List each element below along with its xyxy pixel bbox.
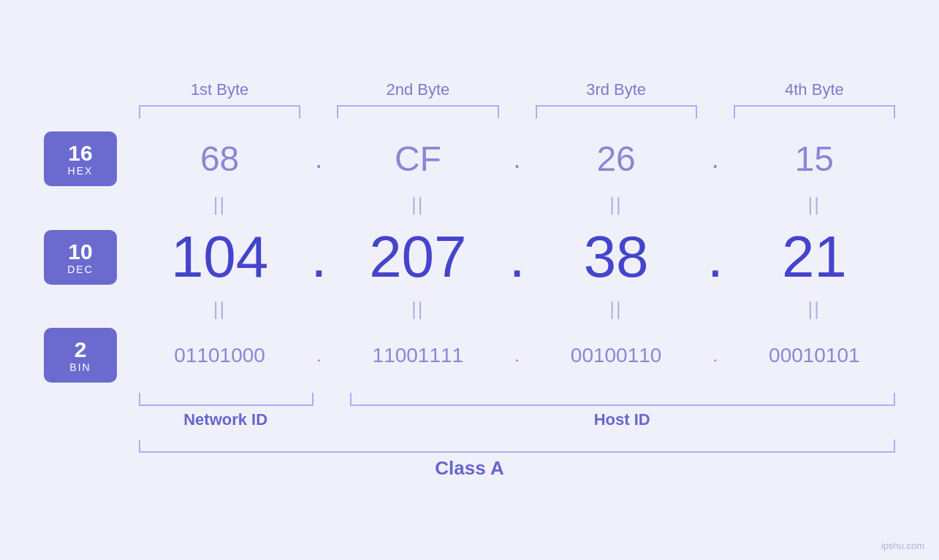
bin-row: 2 BIN 01101000 . 11001111 . 00100110 . 0… [44, 328, 895, 383]
equals-8: || [734, 298, 895, 321]
dec-base-label: DEC [67, 264, 94, 275]
dec-badge: 10 DEC [44, 230, 117, 285]
host-id-label: Host ID [349, 410, 895, 429]
dec-dot-3: . [697, 228, 734, 286]
bin-byte-4: 00010101 [734, 344, 895, 367]
bin-byte-1: 01101000 [139, 344, 300, 367]
hex-byte-4: 15 [734, 139, 895, 179]
bin-byte-3: 00100110 [536, 344, 697, 367]
hex-base-label: HEX [68, 165, 94, 177]
equals-7: || [536, 298, 697, 321]
top-bracket-3 [536, 105, 697, 118]
dec-dot-2: . [499, 228, 536, 286]
hex-badge: 16 HEX [44, 131, 117, 186]
class-a-label: Class A [435, 457, 503, 479]
class-bracket-row [44, 440, 895, 453]
dec-byte-2: 207 [337, 223, 498, 291]
bin-dot-2: . [499, 347, 536, 364]
hex-row: 16 HEX 68 . CF . 26 . 15 [44, 131, 895, 186]
hex-byte-2: CF [337, 139, 498, 179]
equals-1: || [139, 193, 300, 216]
bin-byte-2: 11001111 [337, 344, 498, 367]
dec-byte-1: 104 [139, 223, 300, 291]
network-host-labels: Network ID Host ID [44, 410, 895, 429]
dec-dot-1: . [300, 228, 337, 286]
dec-byte-3: 38 [536, 223, 697, 291]
equals-2: || [337, 193, 498, 216]
network-id-label: Network ID [139, 410, 312, 429]
equals-4: || [734, 193, 895, 216]
equals-6: || [337, 298, 498, 321]
top-bracket-4 [734, 105, 895, 118]
bottom-brackets-container [44, 393, 895, 406]
top-bracket-2 [337, 105, 498, 118]
hex-byte-1: 68 [139, 139, 300, 179]
byte-label-4: 4th Byte [734, 80, 895, 99]
bin-dot-1: . [300, 347, 337, 364]
top-brackets-row [44, 105, 895, 118]
class-bracket [139, 440, 895, 453]
class-label-container: Class A [44, 457, 895, 480]
equals-3: || [536, 193, 697, 216]
bin-base-label: BIN [69, 361, 91, 373]
byte-label-3: 3rd Byte [536, 80, 697, 99]
byte-labels-row: 1st Byte 2nd Byte 3rd Byte 4th Byte [44, 80, 895, 99]
bin-dot-3: . [697, 347, 734, 364]
top-bracket-1 [139, 105, 300, 118]
equals-row-2: || || || || [44, 298, 895, 321]
bin-base-number: 2 [75, 337, 87, 361]
bin-badge: 2 BIN [44, 328, 117, 383]
hex-dot-3: . [697, 146, 734, 172]
dec-byte-4: 21 [734, 223, 895, 291]
equals-row-1: || || || || [44, 193, 895, 216]
hex-byte-3: 26 [536, 139, 697, 179]
dec-row: 10 DEC 104 . 207 . 38 . 21 [44, 223, 895, 291]
hex-base-number: 16 [68, 141, 92, 165]
dec-base-number: 10 [68, 239, 92, 264]
host-bracket [350, 393, 895, 406]
byte-label-1: 1st Byte [139, 80, 300, 99]
equals-5: || [139, 298, 300, 321]
hex-dot-1: . [300, 146, 337, 172]
network-bracket [139, 393, 313, 406]
hex-dot-2: . [499, 146, 536, 172]
main-container: 1st Byte 2nd Byte 3rd Byte 4th Byte 16 H… [0, 0, 939, 560]
watermark: ipshu.com [881, 540, 924, 551]
byte-label-2: 2nd Byte [337, 80, 498, 99]
